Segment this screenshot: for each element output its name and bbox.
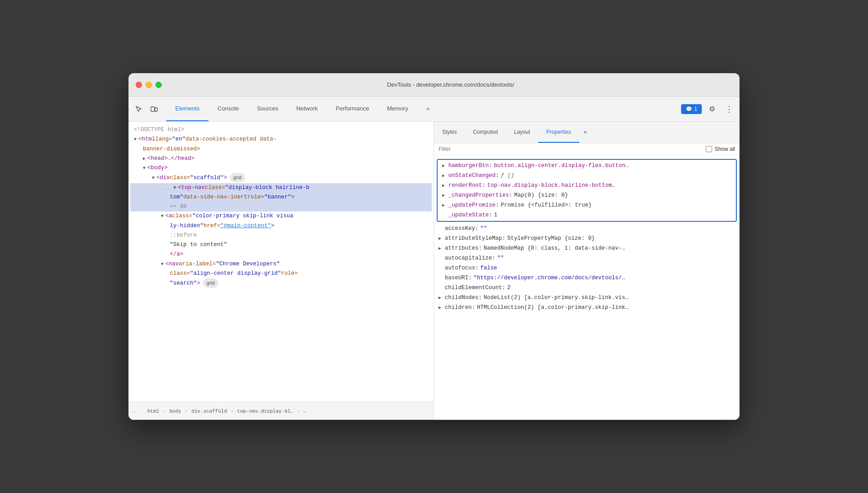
dom-line-nav[interactable]: ▼ <nav aria-label="Chrome Developers" [130, 260, 432, 269]
dom-line-nav-cont: class="align-center display-grid" role= [130, 269, 432, 278]
dom-line-a-tag[interactable]: ▼ <a class="color-primary skip-link visu… [130, 211, 432, 221]
more-options-icon[interactable]: ⋮ [722, 102, 736, 116]
expand-triangle-icon: ▶ [442, 192, 448, 199]
grid-badge: grid [230, 173, 245, 182]
filter-bar: Show all [434, 143, 740, 155]
prop-childNodes[interactable]: ▶ childNodes : NodeList(2) [a.color-prim… [434, 293, 740, 303]
prop-renderRoot[interactable]: ▶ renderRoot : top-nav.display-block.hai… [438, 180, 736, 190]
dom-line-a-cont: ly-hidden" href="#main-content" > [130, 221, 432, 231]
expand-triangle-icon: ▶ [438, 295, 445, 302]
toolbar-right: 💬 1 ⚙ ⋮ [681, 102, 736, 116]
tab-styles[interactable]: Styles [434, 122, 465, 143]
dom-line-a-close: </a> [130, 250, 432, 259]
tab-console[interactable]: Console [208, 97, 248, 121]
breadcrumb-more[interactable]: … [301, 408, 310, 415]
dom-line-top-nav-cont: tom" data-side-nav-inert role="banner" > [130, 193, 432, 202]
chat-icon: 💬 [686, 106, 692, 112]
properties-panel: Styles Computed Layout Properties » [434, 122, 740, 420]
svg-rect-0 [151, 107, 155, 111]
panel-tab-more-icon[interactable]: » [579, 122, 592, 143]
show-all-container: Show all [706, 146, 735, 152]
prop-accessKey[interactable]: ▶ accessKey : "" [434, 224, 740, 233]
expand-triangle-icon: ▶ [442, 163, 448, 170]
ellipsis-icon[interactable]: … [161, 184, 170, 192]
devtools-window: DevTools - developer.chrome.com/docs/dev… [128, 73, 740, 420]
prop-autofocus[interactable]: ▶ autofocus : false [434, 263, 740, 273]
inspect-icon[interactable] [132, 102, 146, 116]
close-button[interactable] [136, 82, 142, 88]
filter-input[interactable] [438, 146, 706, 152]
dom-tree: <!DOCTYPE html> ▼ <html lang="en" data-c… [128, 122, 434, 402]
dom-line-top-nav[interactable]: … ▼ <top-nav class="display-block hairli… [130, 183, 432, 193]
expand-icon: ▼ [134, 136, 137, 143]
prop-baseURI[interactable]: ▶ baseURI : "https://developer.chrome.co… [434, 273, 740, 283]
main-area: <!DOCTYPE html> ▼ <html lang="en" data-c… [128, 122, 740, 420]
breadcrumb-top-nav[interactable]: top-nav.display-bl… [235, 408, 296, 415]
grid-badge-2: grid [203, 278, 218, 288]
show-all-checkbox[interactable] [706, 146, 712, 152]
tab-layout[interactable]: Layout [506, 122, 538, 143]
traffic-lights [136, 82, 162, 88]
expand-triangle-icon: ▶ [438, 245, 445, 252]
dom-line-html[interactable]: ▼ <html lang="en" data-cookies-accepted … [130, 135, 432, 144]
expand-icon: ▼ [143, 164, 146, 172]
prop-onStateChanged[interactable]: ▶ onStateChanged : ƒ () [438, 171, 736, 180]
maximize-button[interactable] [155, 82, 162, 88]
prop-attributes[interactable]: ▶ attributes : NamedNodeMap {0: class, 1… [434, 243, 740, 253]
prop-children[interactable]: ▶ children : HTMLCollection(2) [a.color-… [434, 303, 740, 313]
dom-line-nav-cont2: "search" > grid [130, 278, 432, 288]
dom-line-body[interactable]: ▼ <body> [130, 163, 432, 173]
window-title: DevTools - developer.chrome.com/docs/dev… [169, 81, 732, 88]
main-toolbar: Elements Console Sources Network Perform… [128, 97, 740, 122]
highlighted-properties-group: ▶ hamburgerBtn : button.align-center.dis… [437, 159, 737, 222]
prop-childElementCount[interactable]: ▶ childElementCount : 2 [434, 283, 740, 293]
minimize-button[interactable] [146, 82, 152, 88]
panel-tabs: Styles Computed Layout Properties » [434, 122, 740, 143]
prop-hamburgerBtn[interactable]: ▶ hamburgerBtn : button.align-center.dis… [438, 161, 736, 171]
expand-icon: ▼ [152, 174, 155, 182]
expand-triangle-icon: ▶ [438, 304, 445, 312]
tab-properties[interactable]: Properties [538, 122, 579, 143]
breadcrumb-ellipsis[interactable]: … [132, 409, 141, 414]
svg-rect-1 [155, 108, 157, 111]
prop-attributeStyleMap[interactable]: ▶ attributeStyleMap : StylePropertyMap {… [434, 233, 740, 243]
expand-icon: ▼ [161, 212, 164, 220]
expand-triangle-icon: ▶ [438, 235, 445, 242]
prop-changedProperties[interactable]: ▶ _changedProperties : Map(0) {size: 0} [438, 190, 736, 200]
prop-autocapitalize[interactable]: ▶ autocapitalize : "" [434, 253, 740, 263]
dom-line-head[interactable]: ▶ <head>…</head> [130, 154, 432, 163]
expand-icon: ▶ [143, 155, 146, 163]
breadcrumb-div[interactable]: div.scaffold [189, 408, 230, 415]
dom-line-div-scaffold[interactable]: ▼ <div class="scaffold" > grid [130, 173, 432, 183]
device-mode-icon[interactable] [147, 102, 161, 116]
tab-sources[interactable]: Sources [248, 97, 288, 121]
devtools-body: Elements Console Sources Network Perform… [128, 97, 740, 420]
notifications-badge[interactable]: 💬 1 [681, 104, 702, 114]
tab-more[interactable]: » [417, 97, 438, 121]
tab-network[interactable]: Network [288, 97, 327, 121]
tab-performance[interactable]: Performance [327, 97, 378, 121]
main-tabs: Elements Console Sources Network Perform… [166, 97, 681, 121]
show-all-label: Show all [715, 146, 735, 152]
dom-line-doctype: <!DOCTYPE html> [130, 125, 432, 135]
dom-line-skip-text: "Skip to content" [130, 240, 432, 250]
expand-triangle-icon: ▶ [442, 202, 448, 209]
properties-list: ▶ hamburgerBtn : button.align-center.dis… [434, 155, 740, 420]
expand-triangle-icon: ▶ [442, 172, 448, 180]
titlebar: DevTools - developer.chrome.com/docs/dev… [128, 73, 740, 97]
expand-icon: ▼ [161, 260, 164, 268]
settings-icon[interactable]: ⚙ [705, 102, 719, 116]
expand-icon: ▼ [173, 184, 176, 192]
dom-line-before: ::before [130, 231, 432, 240]
tab-memory[interactable]: Memory [378, 97, 417, 121]
elements-panel: <!DOCTYPE html> ▼ <html lang="en" data-c… [128, 122, 434, 420]
dom-ref-line: == $0 [130, 202, 432, 211]
tab-elements[interactable]: Elements [166, 97, 208, 121]
breadcrumb-body[interactable]: body [167, 408, 184, 415]
tab-computed[interactable]: Computed [465, 122, 506, 143]
prop-updateState[interactable]: ▶ _updateState : 1 [438, 210, 736, 220]
prop-updatePromise[interactable]: ▶ _updatePromise : Promise {<fulfilled>:… [438, 200, 736, 210]
breadcrumb-html[interactable]: html [145, 408, 162, 415]
dom-line-html-cont: banner-dismissed> [130, 145, 432, 154]
expand-triangle-icon: ▶ [442, 182, 448, 189]
